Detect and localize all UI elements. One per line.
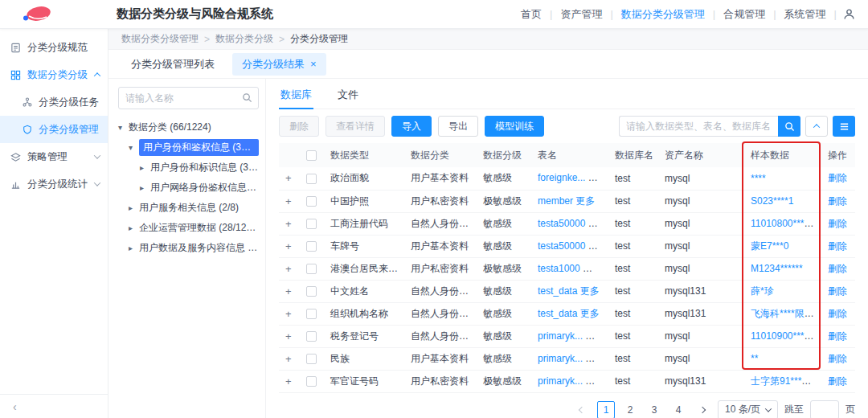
caret-right-icon[interactable]: ▸ [140,163,150,172]
table-name-link[interactable]: member [538,195,573,207]
row-checkbox[interactable] [306,309,317,319]
search-icon[interactable] [242,92,252,103]
more-link[interactable]: 更多 [585,375,604,387]
tree-node[interactable]: ▾数据分类 (66/1224) [118,117,259,137]
tree-node[interactable]: ▸用户身份和标识信息 (34/62) [118,158,259,178]
sample-data-link[interactable]: 11010900***000 [751,330,821,342]
sample-data-link[interactable]: S023****1 [751,195,793,207]
top-nav-item[interactable]: 数据分类分级管理 [613,7,713,22]
sample-data-link[interactable]: 蒙E7***0 [751,240,788,252]
row-delete-link[interactable]: 删除 [828,240,847,252]
tree-node[interactable]: ▾用户身份和鉴权信息 (34/62) [118,137,259,158]
tree-node[interactable]: ▸用户网络身份鉴权信息 (0/0) [118,178,259,198]
table-name-link[interactable]: primaryk... [538,375,583,387]
caret-down-icon[interactable]: ▾ [129,143,139,152]
top-nav-item[interactable]: 合规管理 [715,7,773,22]
more-link[interactable]: 更多 [588,172,608,183]
sidebar-item-classification-manage[interactable]: 分类分级管理 [0,116,108,143]
sidebar-item-data-classification[interactable]: 数据分类分级 [0,61,108,88]
caret-right-icon[interactable]: ▸ [129,244,139,252]
select-all-checkbox[interactable] [306,150,317,161]
sidebar-item-classification-spec[interactable]: 分类分级规范 [0,34,108,61]
row-checkbox[interactable] [306,174,317,184]
top-nav-item[interactable]: 系统管理 [776,7,834,22]
tree-node[interactable]: ▸企业运营管理数据 (28/1218) [118,218,259,238]
tab-database[interactable]: 数据库 [279,82,313,109]
row-checkbox[interactable] [306,264,317,274]
tab-management-list[interactable]: 分类分级管理列表 [121,53,224,76]
toolbar-button-model-train[interactable]: 模型训练 [485,116,544,137]
row-delete-link[interactable]: 删除 [828,308,847,319]
expand-row-icon[interactable]: + [285,240,292,252]
table-name-link[interactable]: testa50000 [538,218,585,229]
more-link[interactable]: 更多 [580,285,600,297]
top-nav-item[interactable]: 资产管理 [552,7,610,22]
tree-search-input[interactable] [118,87,259,109]
tree-node[interactable]: ▸用户数据及服务内容信息 (2/8) [118,238,259,258]
sample-data-link[interactable]: 薛*珍 [751,285,774,297]
prev-page-button[interactable] [573,401,591,418]
user-profile-button[interactable] [843,8,855,20]
table-name-link[interactable]: test_data [538,285,577,297]
page-number[interactable]: 2 [621,401,639,418]
row-delete-link[interactable]: 删除 [828,218,847,229]
expand-row-icon[interactable]: + [285,330,292,342]
row-delete-link[interactable]: 删除 [828,353,847,364]
row-delete-link[interactable]: 删除 [828,195,847,207]
table-name-link[interactable]: testa1000 [538,263,580,274]
page-number[interactable]: 1 [597,401,615,418]
row-delete-link[interactable]: 删除 [828,263,847,274]
sample-data-link[interactable]: ** [751,353,758,364]
row-checkbox[interactable] [306,286,317,297]
tab-classification-result[interactable]: 分类分级结果 × [232,53,326,76]
row-checkbox[interactable] [306,376,317,387]
row-delete-link[interactable]: 删除 [828,285,847,297]
breadcrumb-item[interactable]: 数据分类分级管理 [121,32,199,46]
toolbar-button-view-detail[interactable]: 查看详情 [326,116,385,137]
table-name-link[interactable]: primaryk... [538,330,583,342]
sample-data-link[interactable]: **** [751,173,766,184]
toolbar-button-import[interactable]: 导入 [391,116,432,137]
sample-data-link[interactable]: 飞海科****限公司 [751,308,821,319]
search-button[interactable] [778,116,800,137]
sample-data-link[interactable]: 士字第91***3号 [751,375,817,387]
row-checkbox[interactable] [306,354,317,364]
caret-right-icon[interactable]: ▸ [129,223,139,232]
more-link[interactable]: 更多 [585,330,604,342]
sample-data-link[interactable]: 11010800******8 [751,218,821,229]
expand-row-icon[interactable]: + [285,308,292,320]
close-tab-icon[interactable]: × [310,59,317,69]
table-name-link[interactable]: testa50000 [538,240,585,252]
row-checkbox[interactable] [306,196,317,207]
expand-row-icon[interactable]: + [285,218,292,230]
expand-row-icon[interactable]: + [285,285,292,297]
more-link[interactable]: 更多 [585,353,604,364]
caret-down-icon[interactable]: ▾ [118,123,129,132]
table-name-link[interactable]: foreignke... [538,172,585,183]
expand-row-icon[interactable]: + [285,195,292,207]
jump-page-input[interactable] [810,400,839,418]
caret-right-icon[interactable]: ▸ [129,203,139,212]
sidebar-item-strategy[interactable]: 策略管理 [0,143,108,170]
sidebar-item-classification-task[interactable]: 分类分级任务 [0,88,108,116]
sample-data-link[interactable]: M1234****** [751,263,803,274]
next-page-button[interactable] [694,401,711,418]
more-link[interactable]: 更多 [588,218,608,229]
sidebar-item-statistics[interactable]: 分类分级统计 [0,170,108,198]
row-delete-link[interactable]: 删除 [828,375,847,387]
more-link[interactable]: 更多 [575,195,595,207]
page-number[interactable]: 4 [669,401,687,418]
list-view-button[interactable] [833,116,855,137]
tab-file[interactable]: 文件 [336,82,360,109]
expand-row-icon[interactable]: + [285,172,292,184]
row-delete-link[interactable]: 删除 [828,330,847,342]
tree-node[interactable]: ▸用户服务相关信息 (2/8) [118,198,259,218]
table-name-link[interactable]: test_data [538,308,577,319]
top-nav-item[interactable]: 首页 [513,7,550,22]
expand-row-icon[interactable]: + [285,263,292,275]
more-link[interactable]: 更多 [588,240,608,252]
row-checkbox[interactable] [306,219,317,229]
expand-row-icon[interactable]: + [285,375,292,387]
collapse-panel-button[interactable] [805,116,828,137]
breadcrumb-item[interactable]: 数据分类分级 [215,32,273,46]
